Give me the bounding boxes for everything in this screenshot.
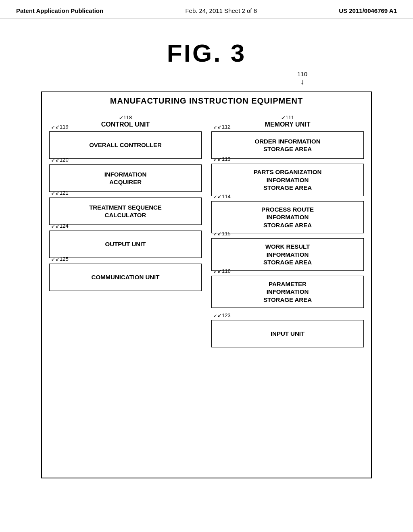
left-sub-box: ↙120INFORMATIONACQUIRER [49, 164, 202, 192]
ref-num: ↙125 [51, 256, 69, 263]
outer-box-title: MANUFACTURING INSTRUCTION EQUIPMENT [42, 92, 371, 111]
left-col-ref: ↙118 [119, 114, 132, 121]
input-unit-box: ↙123 INPUT UNIT [211, 320, 364, 347]
ref-num: ↙113 [213, 156, 231, 163]
ref-num: ↙112 [213, 124, 231, 131]
header-right: US 2011/0046769 A1 [339, 7, 397, 14]
ref-num: ↙114 [213, 193, 231, 200]
right-col-ref: ↙111 [281, 114, 294, 121]
ref-num: ↙124 [51, 223, 69, 230]
left-sub-box: ↙125COMMUNICATION UNIT [49, 264, 202, 291]
figure-title: FIG. 3 [0, 39, 413, 67]
left-sub-box: ↙124OUTPUT UNIT [49, 231, 202, 258]
ref-num: ↙121 [51, 190, 69, 197]
ref-110: 110 ↓ [297, 71, 307, 85]
right-sub-box: ↙112ORDER INFORMATIONSTORAGE AREA [211, 131, 364, 159]
left-col-header: ↙118 CONTROL UNIT [49, 111, 202, 131]
ref-110-arrow: ↓ [297, 77, 307, 85]
header-left: Patent Application Publication [16, 7, 103, 14]
inner-columns: ↙118 CONTROL UNIT ↙119OVERALL CONTROLLER… [42, 111, 371, 360]
input-unit-ref: ↙123 [213, 312, 231, 319]
ref-num: ↙115 [213, 231, 231, 237]
left-sub-box: ↙121TREATMENT SEQUENCECALCULATOR [49, 197, 202, 225]
right-sub-box: ↙115WORK RESULTINFORMATIONSTORAGE AREA [211, 238, 364, 271]
right-sub-box: ↙113PARTS ORGANIZATIONINFORMATIONSTORAGE… [211, 164, 364, 196]
outer-box: MANUFACTURING INSTRUCTION EQUIPMENT ↙118… [41, 91, 372, 478]
diagram-area: 110 ↓ MANUFACTURING INSTRUCTION EQUIPMEN… [41, 91, 372, 478]
ref-num: ↙119 [51, 124, 69, 131]
header-center: Feb. 24, 2011 Sheet 2 of 8 [185, 7, 257, 14]
right-column: ↙111 MEMORY UNIT ↙112ORDER INFORMATIONST… [206, 111, 364, 353]
left-column: ↙118 CONTROL UNIT ↙119OVERALL CONTROLLER… [49, 111, 206, 353]
page-header: Patent Application Publication Feb. 24, … [0, 0, 413, 19]
ref-num: ↙116 [213, 268, 231, 275]
ref-num: ↙120 [51, 157, 69, 164]
left-boxes-container: ↙119OVERALL CONTROLLER↙120INFORMATIONACQ… [49, 131, 202, 291]
right-boxes-container: ↙112ORDER INFORMATIONSTORAGE AREA↙113PAR… [211, 131, 364, 313]
right-col-header: ↙111 MEMORY UNIT [211, 111, 364, 131]
right-sub-box: ↙114PROCESS ROUTEINFORMATIONSTORAGE AREA [211, 201, 364, 234]
left-sub-box: ↙119OVERALL CONTROLLER [49, 131, 202, 159]
right-sub-box: ↙116PARAMETERINFORMATIONSTORAGE AREA [211, 276, 364, 308]
